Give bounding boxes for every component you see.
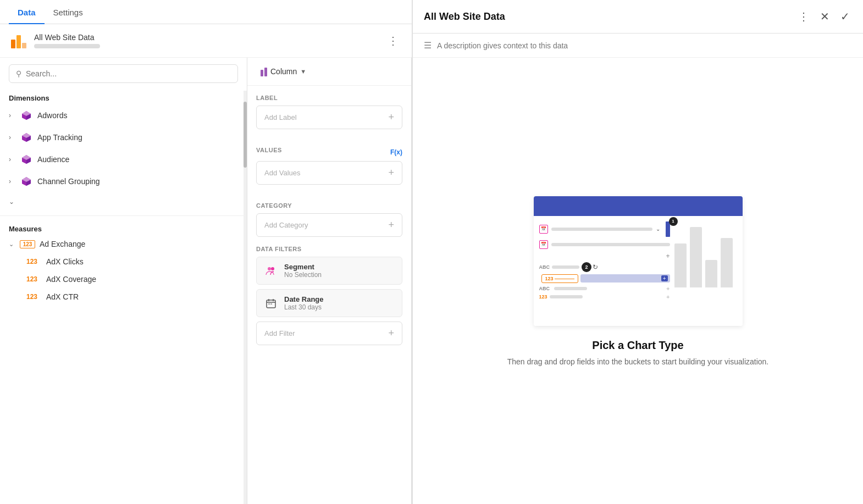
chart-bar-preview-2 bbox=[690, 227, 702, 287]
dimension-item-app-tracking[interactable]: › App Tracking bbox=[0, 126, 247, 148]
search-bar[interactable]: ⚲ bbox=[9, 64, 238, 83]
chart-bar-preview-1 bbox=[674, 243, 687, 287]
chart-preview-body: 📅 ⌄ 1 📅 bbox=[534, 216, 743, 326]
search-input[interactable] bbox=[26, 69, 231, 78]
menu-icon: ☰ bbox=[424, 40, 432, 51]
add-label-text: Add Label bbox=[264, 113, 297, 121]
preview-dropdown-1: ⌄ bbox=[656, 226, 660, 232]
filter-segment-title: Segment bbox=[284, 263, 322, 271]
chevron-right-icon: › bbox=[9, 178, 15, 185]
right-more-button[interactable]: ⋮ bbox=[796, 8, 811, 25]
chevron-right-icon: › bbox=[9, 134, 15, 141]
filter-segment-sub: No Selection bbox=[284, 271, 322, 279]
preview-plus-icon: + bbox=[666, 252, 670, 260]
close-button[interactable]: ✕ bbox=[818, 8, 832, 25]
cube-icon-channel-grouping bbox=[21, 176, 32, 187]
chevron-right-icon: › bbox=[9, 156, 15, 163]
plus-icon: + bbox=[388, 112, 394, 123]
filter-item-date-range[interactable]: Date Range Last 30 days bbox=[256, 289, 402, 317]
tab-data[interactable]: Data bbox=[9, 0, 45, 24]
dimension-item-channel-grouping[interactable]: › Channel Grouping bbox=[0, 170, 247, 192]
preview-plus-sm-1: + bbox=[666, 285, 670, 292]
pick-chart-title: Pick a Chart Type bbox=[592, 339, 683, 352]
chevron-right-icon: › bbox=[9, 112, 15, 119]
header-title: All Web Site Data bbox=[34, 33, 100, 42]
bubble-2: 2 bbox=[582, 262, 591, 272]
right-panel: All Web Site Data ⋮ ✕ ✓ ☰ 📅 ⌄ bbox=[412, 0, 863, 504]
chart-bars bbox=[674, 221, 737, 287]
chart-type-row: Column ▼ bbox=[247, 58, 411, 86]
chart-left-fields: 📅 ⌄ 1 📅 bbox=[539, 221, 670, 300]
preview-line-3 bbox=[552, 265, 579, 269]
filter-segment-info: Segment No Selection bbox=[284, 263, 322, 279]
sidebar-scrollbar-track bbox=[244, 91, 247, 504]
dimension-name-audience: Audience bbox=[37, 155, 69, 164]
svg-rect-1 bbox=[11, 40, 15, 48]
add-category-button[interactable]: Add Category + bbox=[256, 213, 402, 237]
filter-daterange-info: Date Range Last 30 days bbox=[284, 295, 324, 311]
preview-plus-sm-2: + bbox=[666, 293, 670, 300]
plus-icon: + bbox=[388, 167, 394, 179]
description-input[interactable] bbox=[437, 41, 852, 50]
header-row: All Web Site Data ⋮ bbox=[0, 24, 412, 58]
chart-type-button[interactable]: Column ▼ bbox=[256, 64, 311, 79]
filter-item-segment[interactable]: Segment No Selection bbox=[256, 257, 402, 285]
sidebar-scrollbar-thumb[interactable] bbox=[244, 102, 247, 168]
right-description: ☰ bbox=[413, 34, 863, 58]
measure-group-name-ad-exchange: Ad Exchange bbox=[40, 240, 85, 248]
filter-daterange-title: Date Range bbox=[284, 295, 324, 303]
dimension-name-app-tracking: App Tracking bbox=[37, 133, 82, 142]
dimension-item-adwords[interactable]: › Adwords bbox=[0, 104, 247, 126]
dimension-list: › Adwords › bbox=[0, 104, 247, 211]
dimension-item-audience[interactable]: › Audience bbox=[0, 148, 247, 170]
preview-line-2 bbox=[551, 243, 670, 246]
right-panel-title: All Web Site Data bbox=[424, 11, 505, 23]
plus-icon: + bbox=[388, 328, 394, 339]
add-filter-button[interactable]: Add Filter + bbox=[256, 322, 402, 345]
bucket-values-header: VALUES F(x) bbox=[256, 147, 402, 158]
tabs: Data Settings bbox=[0, 0, 412, 24]
preview-cal-icon-2: 📅 bbox=[539, 240, 548, 249]
chevron-down-icon: ▼ bbox=[300, 68, 306, 75]
chevron-up-icon: ⌄ bbox=[9, 198, 15, 206]
left-panel: Data Settings All Web Site Data ⋮ ⚲ Dime… bbox=[0, 0, 412, 504]
num-inline-adx-clicks: 123 bbox=[26, 258, 42, 265]
bubble-1: 1 bbox=[669, 217, 678, 226]
preview-plus-blue: + bbox=[661, 275, 668, 281]
preview-num-orange: 123 bbox=[539, 294, 547, 300]
segment-icon bbox=[263, 263, 279, 279]
measure-item-adx-clicks[interactable]: 123 AdX Clicks bbox=[0, 253, 247, 270]
add-label-button[interactable]: Add Label + bbox=[256, 106, 402, 129]
num-inline-adx-ctr: 123 bbox=[26, 293, 42, 301]
preview-abc-rows: ABC + 123 + bbox=[539, 285, 670, 300]
chart-bar-1 bbox=[261, 70, 263, 76]
svg-rect-2 bbox=[16, 35, 21, 48]
chevron-down-icon: ⌄ bbox=[9, 241, 15, 248]
num-badge-ad-exchange: 123 bbox=[20, 240, 35, 248]
measures-label: Measures bbox=[0, 220, 247, 235]
preview-abc-label: ABC bbox=[539, 264, 550, 270]
fx-button[interactable]: F(x) bbox=[390, 148, 402, 156]
add-values-text: Add Values bbox=[264, 169, 301, 177]
svg-point-21 bbox=[271, 267, 274, 270]
preview-blue-area bbox=[583, 276, 661, 281]
sidebar-divider bbox=[0, 215, 247, 216]
measure-name-adx-ctr: AdX CTR bbox=[46, 292, 79, 301]
measure-group-ad-exchange[interactable]: ⌄ 123 Ad Exchange bbox=[0, 235, 247, 253]
dimension-item-expanded[interactable]: ⌄ bbox=[0, 192, 247, 211]
pick-chart-subtitle: Then drag and drop fields into the bucke… bbox=[507, 357, 769, 366]
tab-settings[interactable]: Settings bbox=[45, 0, 92, 24]
check-button[interactable]: ✓ bbox=[838, 8, 852, 25]
chart-preview-header bbox=[534, 196, 743, 216]
preview-abc-label-2: ABC bbox=[539, 286, 550, 291]
num-inline-adx-coverage: 123 bbox=[26, 275, 42, 283]
header-more-button[interactable]: ⋮ bbox=[383, 32, 403, 49]
cube-icon-app-tracking bbox=[21, 132, 32, 143]
add-values-button[interactable]: Add Values + bbox=[256, 161, 402, 185]
preview-line-4 bbox=[554, 287, 587, 290]
preview-line-1 bbox=[551, 228, 652, 231]
preview-num-item-1: 123 + bbox=[539, 293, 670, 300]
dimension-name-channel-grouping: Channel Grouping bbox=[37, 177, 100, 186]
measure-item-adx-ctr[interactable]: 123 AdX CTR bbox=[0, 288, 247, 306]
measure-item-adx-coverage[interactable]: 123 AdX Coverage bbox=[0, 270, 247, 288]
